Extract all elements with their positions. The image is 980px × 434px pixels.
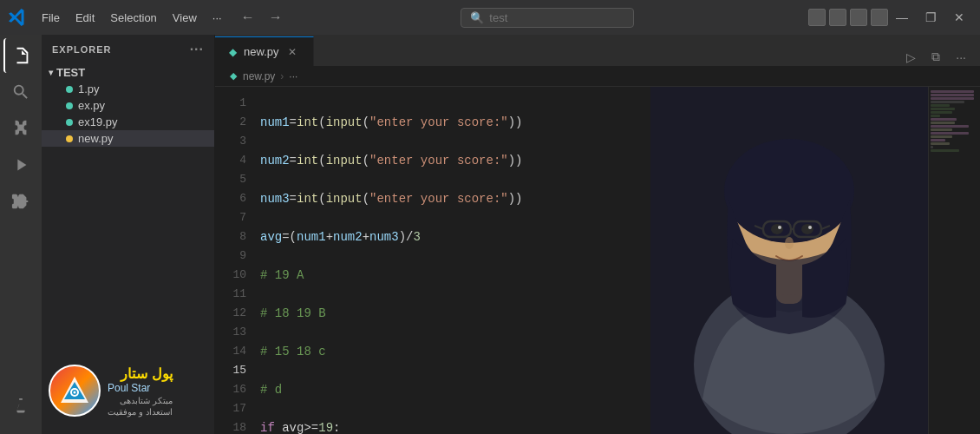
maximize-button[interactable]: ❐	[918, 7, 944, 28]
more-actions-button[interactable]: ···	[951, 49, 971, 66]
file-dot-icon	[66, 102, 73, 109]
vscode-logo-icon	[9, 9, 26, 26]
title-search-input[interactable]	[489, 11, 602, 24]
code-editor[interactable]: 12345 678910 11121314 15 16171819 num1=i…	[215, 87, 980, 434]
title-bar: File Edit Selection View ··· ← → 🔍 — ❐ ✕	[0, 0, 980, 35]
activity-run-icon[interactable]	[3, 148, 38, 182]
file-item-ex19py[interactable]: ex19.py	[42, 114, 214, 130]
file-dot-icon	[66, 86, 73, 93]
logo-tagline2: استعداد و موفقیت	[108, 407, 173, 417]
nav-buttons: ← →	[236, 8, 288, 27]
minimap[interactable]	[928, 87, 980, 434]
file-name: ex19.py	[78, 115, 118, 128]
breadcrumb-icon: ◆	[230, 70, 237, 82]
activity-bar	[0, 35, 42, 434]
main-area: EXPLORER ··· ▾ TEST 1.py ex.py ex19.py	[0, 35, 980, 434]
menu-more[interactable]: ···	[206, 8, 229, 28]
activity-flask-icon[interactable]	[3, 391, 38, 425]
breadcrumb: ◆ new.py › ···	[215, 66, 980, 87]
file-name: 1.py	[78, 82, 100, 95]
tab-newpy[interactable]: ◆ new.py ✕	[215, 36, 314, 66]
activity-search-icon[interactable]	[3, 75, 38, 109]
sidebar-more-button[interactable]: ···	[190, 42, 204, 57]
logo-tagline: مبتکر شتابدهی	[108, 396, 173, 405]
file-dot-icon	[66, 119, 73, 126]
search-wrapper: 🔍	[461, 8, 634, 28]
menu-file[interactable]: File	[35, 8, 67, 28]
tab-dot-icon: ◆	[229, 46, 237, 58]
logo-brand-en: Poul Star	[108, 382, 173, 394]
layout-btn-2[interactable]	[829, 9, 846, 26]
menu-bar: File Edit Selection View ···	[35, 8, 229, 28]
layout-btn-3[interactable]	[850, 9, 867, 26]
nav-back-button[interactable]: ←	[236, 8, 260, 27]
tab-label: new.py	[244, 45, 278, 58]
file-item-newpy[interactable]: new.py	[42, 130, 214, 147]
bottom-logo: پول ستار Poul Star مبتکر شتابدهی استعداد…	[49, 356, 209, 425]
menu-selection[interactable]: Selection	[103, 8, 163, 28]
code-content[interactable]: num1=int(input("enter your score:")) num…	[253, 87, 928, 434]
breadcrumb-sep: ›	[280, 70, 284, 82]
logo-svg-icon	[57, 373, 92, 408]
file-name: new.py	[78, 132, 113, 145]
split-editor-button[interactable]: ⧉	[926, 48, 945, 66]
breadcrumb-more[interactable]: ···	[289, 70, 297, 82]
layout-buttons	[807, 9, 889, 26]
tab-close-button[interactable]: ✕	[285, 45, 299, 59]
close-button[interactable]: ✕	[947, 7, 971, 28]
search-icon: 🔍	[470, 11, 484, 24]
logo-brand-fa: پول ستار	[108, 365, 173, 382]
editor-area: ◆ new.py ✕ ▷ ⧉ ··· ◆ new.py › ··· 12345 …	[215, 35, 980, 434]
sidebar-title: EXPLORER	[52, 44, 112, 55]
tab-bar: ◆ new.py ✕ ▷ ⧉ ···	[215, 35, 980, 66]
menu-edit[interactable]: Edit	[69, 8, 101, 28]
activity-bottom	[3, 391, 38, 425]
sidebar: EXPLORER ··· ▾ TEST 1.py ex.py ex19.py	[42, 35, 215, 434]
minimap-content	[929, 87, 980, 156]
minimize-button[interactable]: —	[889, 7, 915, 28]
run-button[interactable]: ▷	[901, 49, 921, 66]
folder-label: TEST	[56, 66, 85, 79]
breadcrumb-file[interactable]: new.py	[243, 70, 275, 82]
file-item-expy[interactable]: ex.py	[42, 97, 214, 114]
sidebar-header: EXPLORER ···	[42, 35, 214, 64]
activity-source-control-icon[interactable]	[3, 111, 38, 146]
file-dot-icon	[66, 135, 73, 142]
folder-test[interactable]: ▾ TEST	[42, 64, 214, 81]
layout-btn-1[interactable]	[808, 9, 826, 26]
activity-extensions-icon[interactable]	[3, 184, 38, 219]
logo-text-area: پول ستار Poul Star مبتکر شتابدهی استعداد…	[108, 365, 173, 417]
logo-circle	[49, 365, 101, 417]
window-controls: — ❐ ✕	[889, 7, 971, 28]
chevron-down-icon: ▾	[49, 68, 53, 77]
activity-explorer-icon[interactable]	[3, 38, 38, 73]
file-name: ex.py	[78, 99, 105, 112]
file-item-1py[interactable]: 1.py	[42, 81, 214, 97]
svg-point-4	[74, 391, 76, 394]
search-bar: 🔍	[305, 8, 790, 28]
menu-view[interactable]: View	[166, 8, 204, 28]
nav-forward-button[interactable]: →	[264, 8, 288, 27]
tab-actions: ▷ ⧉ ···	[901, 48, 980, 66]
layout-btn-4[interactable]	[871, 9, 888, 26]
line-numbers: 12345 678910 11121314 15 16171819	[215, 87, 253, 434]
